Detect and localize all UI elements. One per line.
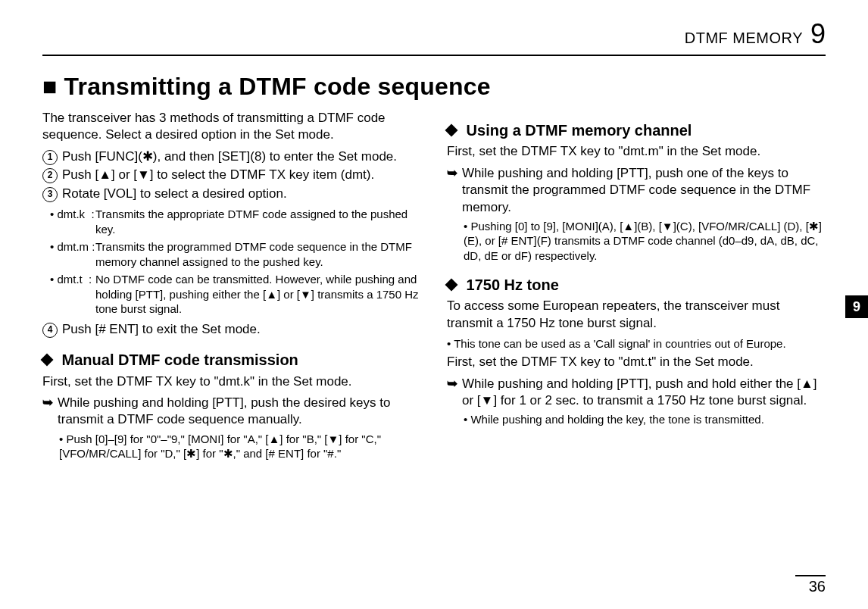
numbered-steps: 1 Push [FUNC](✱), and then [SET](8) to e… bbox=[42, 148, 421, 202]
option-row: • dmt.t : No DTMF code can be transmitte… bbox=[50, 272, 421, 317]
step-4: 4 Push [# ENT] to exit the Set mode. bbox=[42, 321, 421, 338]
header-title: DTMF MEMORY bbox=[685, 30, 803, 47]
arrow-item: ➥ While pushing and holding [PTT], push … bbox=[447, 376, 826, 410]
step-number: 3 bbox=[42, 187, 58, 202]
step-row: 4 Push [# ENT] to exit the Set mode. bbox=[42, 321, 421, 338]
option-list: • dmt.k : Transmits the appropriate DTMF… bbox=[50, 207, 421, 317]
sub3-bullet: • While pushing and holding the key, the… bbox=[464, 412, 826, 426]
sub1-bullet: • Push [0]–[9] for "0"–"9," [MONI] for "… bbox=[59, 432, 421, 461]
sub2-intro: First, set the DTMF TX key to "dmt.m" in… bbox=[447, 143, 826, 160]
subsection-title-text: Using a DTMF memory channel bbox=[467, 122, 692, 139]
option-text: No DTMF code can be transmitted. However… bbox=[95, 272, 421, 317]
option-row: • dmt.m : Transmits the programmed DTMF … bbox=[50, 239, 421, 269]
option-label: • dmt.m : bbox=[50, 239, 95, 269]
sub3-intro2: First, set the DTMF TX key to "dmt.t" in… bbox=[447, 354, 826, 370]
step-number: 1 bbox=[42, 150, 58, 165]
section-title: ■ Transmitting a DTMF code sequence bbox=[42, 73, 826, 101]
arrow-icon: ➥ bbox=[447, 165, 462, 216]
diamond-icon bbox=[41, 354, 54, 367]
step-text: Push [▲] or [▼] to select the DTMF TX ke… bbox=[62, 167, 374, 183]
page-header: DTMF MEMORY 9 bbox=[42, 18, 826, 56]
page: DTMF MEMORY 9 ■ Transmitting a DTMF code… bbox=[0, 0, 868, 609]
arrow-text: While pushing and holding [PTT], push th… bbox=[58, 395, 421, 429]
step-row: 2 Push [▲] or [▼] to select the DTMF TX … bbox=[42, 167, 421, 183]
option-label: • dmt.t : bbox=[50, 272, 95, 317]
side-chapter-tab: 9 bbox=[845, 295, 868, 318]
step-row: 1 Push [FUNC](✱), and then [SET](8) to e… bbox=[42, 148, 421, 165]
content-columns: The transceiver has 3 methods of transmi… bbox=[42, 108, 826, 464]
step-text: Rotate [VOL] to select a desired option. bbox=[62, 186, 287, 202]
sub2-bullet: • Pushing [0] to [9], [MONI](A), [▲](B),… bbox=[464, 219, 826, 263]
step-text: Push [# ENT] to exit the Set mode. bbox=[62, 321, 261, 338]
arrow-icon: ➥ bbox=[42, 395, 58, 429]
subsection-manual-transmission: Manual DTMF code transmission bbox=[42, 350, 421, 370]
arrow-icon: ➥ bbox=[447, 376, 462, 410]
option-text: Transmits the appropriate DTMF code assi… bbox=[95, 207, 421, 236]
subsection-memory-channel: Using a DTMF memory channel bbox=[447, 120, 826, 140]
step-number: 4 bbox=[42, 323, 58, 338]
subsection-title-text: Manual DTMF code transmission bbox=[62, 351, 298, 368]
option-text: Transmits the programmed DTMF code seque… bbox=[95, 239, 421, 269]
step-number: 2 bbox=[42, 168, 58, 183]
subsection-title-text: 1750 Hz tone bbox=[467, 276, 559, 293]
page-number: 36 bbox=[795, 575, 826, 595]
arrow-item: ➥ While pushing and holding [PTT], push … bbox=[447, 165, 826, 216]
left-column: The transceiver has 3 methods of transmi… bbox=[42, 108, 421, 464]
option-label: • dmt.k : bbox=[50, 207, 95, 236]
step-row: 3 Rotate [VOL] to select a desired optio… bbox=[42, 186, 421, 202]
step-text: Push [FUNC](✱), and then [SET](8) to ent… bbox=[62, 148, 397, 165]
sub3-intro: To access some European repeaters, the t… bbox=[447, 298, 826, 332]
arrow-text: While pushing and holding [PTT], push on… bbox=[462, 165, 826, 216]
header-chapter-number: 9 bbox=[810, 18, 826, 50]
arrow-text: While pushing and holding [PTT], push an… bbox=[462, 376, 826, 410]
option-row: • dmt.k : Transmits the appropriate DTMF… bbox=[50, 207, 421, 236]
diamond-icon bbox=[445, 124, 458, 137]
subsection-1750hz: 1750 Hz tone bbox=[447, 275, 826, 295]
sub3-note: • This tone can be used as a 'Call signa… bbox=[447, 336, 826, 351]
arrow-item: ➥ While pushing and holding [PTT], push … bbox=[42, 395, 421, 429]
sub1-intro: First, set the DTMF TX key to "dmt.k" in… bbox=[42, 373, 421, 390]
diamond-icon bbox=[445, 278, 458, 291]
right-column: Using a DTMF memory channel First, set t… bbox=[447, 108, 826, 464]
intro-paragraph: The transceiver has 3 methods of transmi… bbox=[42, 110, 421, 144]
